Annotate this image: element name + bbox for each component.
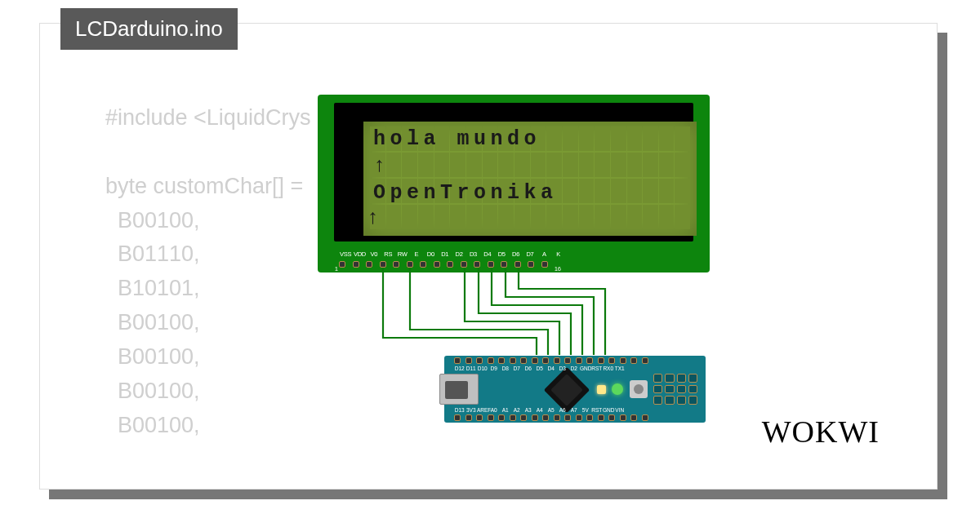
wokwi-logo: WOKWI [762, 414, 880, 450]
code-snippet: #include <LiquidCrys byte customChar[] =… [105, 101, 310, 442]
lcd-text-line4: ↑ [367, 206, 384, 230]
lcd-pin-1-label: 1 [335, 266, 338, 272]
filename-tab: LCDarduino.ino [60, 8, 238, 50]
nano-pins-bottom [454, 414, 648, 421]
lcd-text-lines: hola mundo ↑ OpenTronika [373, 126, 558, 206]
lcd-bezel: // char grid generated below via JS afte… [334, 103, 693, 241]
nano-led-power-icon [612, 383, 623, 395]
nano-labels-bottom: D133V3AREFA0A1A2A3A4A5A6A75VRSTGNDVIN [454, 407, 626, 413]
lcd-module[interactable]: // char grid generated below via JS afte… [318, 95, 710, 273]
nano-proto-area [653, 374, 697, 405]
nano-labels-top: D12D11D10D9D8D7D6D5D4D3D2GNDRSTRX0TX1 [454, 366, 626, 371]
preview-card: #include <LiquidCrys byte customChar[] =… [39, 23, 938, 490]
reset-button[interactable] [630, 380, 648, 398]
nano-pins-top [454, 357, 648, 364]
arduino-nano[interactable]: D12D11D10D9D8D7D6D5D4D3D2GNDRSTRX0TX1 D1… [444, 356, 706, 423]
simulation-area: // char grid generated below via JS afte… [318, 95, 751, 445]
lcd-pin-holes [339, 261, 548, 268]
lcd-pin-labels: VSSVDDV0RSRWED0D1D2D3D4D5D6D7AK [339, 250, 565, 258]
nano-led-tx-icon [597, 385, 606, 394]
usb-port-icon [439, 374, 479, 405]
lcd-pin-16-label: 16 [555, 266, 561, 272]
mcu-chip-icon [544, 367, 590, 414]
